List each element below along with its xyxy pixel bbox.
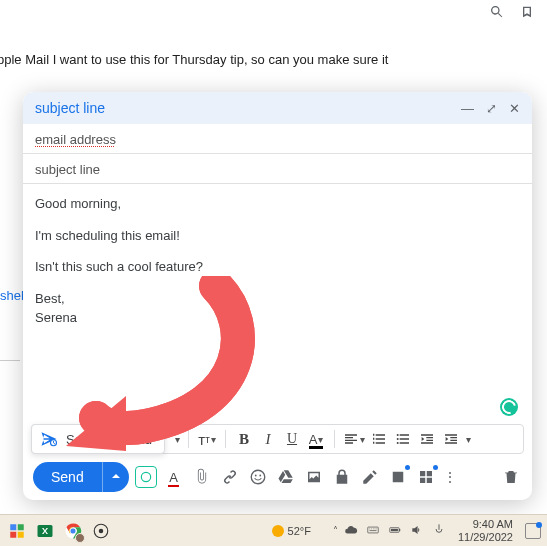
battery-icon[interactable] xyxy=(388,523,402,539)
send-row: Send A ⋮ xyxy=(23,458,532,500)
compose-header[interactable]: subject line — ⤢ ✕ xyxy=(23,92,532,124)
signature-line: Serena xyxy=(35,308,520,328)
start-icon[interactable] xyxy=(6,520,28,542)
svg-rect-11 xyxy=(18,524,24,530)
chrome-icon[interactable] xyxy=(62,520,84,542)
grammarly-icon[interactable] xyxy=(500,398,518,416)
send-button[interactable]: Send xyxy=(33,462,102,492)
weather-widget[interactable]: 52°F xyxy=(272,525,311,537)
bulleted-list-button[interactable] xyxy=(393,427,413,451)
bold-button[interactable]: B xyxy=(234,427,254,451)
compose-window: subject line — ⤢ ✕ email address subject… xyxy=(23,92,532,500)
schedule-send-label: Schedule send xyxy=(66,432,152,447)
link-icon[interactable] xyxy=(219,466,241,488)
search-icon[interactable] xyxy=(489,4,505,23)
sun-icon xyxy=(272,525,284,537)
clock-date: 11/29/2022 xyxy=(458,531,513,543)
calendar-icon[interactable] xyxy=(387,466,409,488)
notifications-icon[interactable] xyxy=(525,523,541,539)
to-field[interactable]: email address xyxy=(23,124,532,154)
send-options-button[interactable] xyxy=(102,462,129,492)
image-icon[interactable] xyxy=(303,466,325,488)
clock-time: 9:40 AM xyxy=(473,518,513,530)
cloud-icon[interactable] xyxy=(344,523,358,539)
excel-icon[interactable] xyxy=(34,520,56,542)
compose-title: subject line xyxy=(35,100,461,116)
attach-icon[interactable] xyxy=(191,466,213,488)
underline-button[interactable]: U xyxy=(282,427,302,451)
svg-rect-13 xyxy=(18,531,24,537)
svg-rect-20 xyxy=(368,527,379,533)
text-color-button[interactable]: A▾ xyxy=(306,427,326,451)
confidential-icon[interactable] xyxy=(331,466,353,488)
trash-icon[interactable] xyxy=(500,466,522,488)
template-icon[interactable] xyxy=(415,466,437,488)
svg-point-7 xyxy=(259,475,261,477)
svg-point-2 xyxy=(397,438,399,440)
font-size-button[interactable]: тт▾ xyxy=(197,427,217,451)
emoji-icon[interactable] xyxy=(247,466,269,488)
clock[interactable]: 9:40 AM 11/29/2022 xyxy=(458,518,513,542)
text-format-icon[interactable]: A xyxy=(163,466,185,488)
page-text: pple Mail I want to use this for Thursda… xyxy=(0,52,388,67)
expand-icon[interactable]: ⤢ xyxy=(486,102,497,115)
minimize-icon[interactable]: — xyxy=(461,102,474,115)
svg-point-3 xyxy=(397,442,399,444)
close-icon[interactable]: ✕ xyxy=(509,102,520,115)
ink-icon[interactable] xyxy=(359,466,381,488)
body-line: Good morning, xyxy=(35,194,520,214)
chrome-profile-avatar xyxy=(75,533,85,543)
taskbar: 52°F ˄ 9:40 AM 11/29/2022 xyxy=(0,514,547,546)
tray-overflow-icon[interactable]: ˄ xyxy=(333,525,338,536)
svg-point-5 xyxy=(251,470,265,484)
schedule-send-icon xyxy=(40,430,58,448)
schedule-send-menu-item[interactable]: Schedule send xyxy=(31,424,165,454)
svg-rect-10 xyxy=(10,524,16,530)
svg-point-19 xyxy=(99,528,104,533)
power-icon[interactable] xyxy=(432,523,446,539)
numbered-list-button[interactable] xyxy=(369,427,389,451)
divider xyxy=(0,360,20,361)
svg-point-1 xyxy=(397,434,399,436)
indent-more-button[interactable] xyxy=(441,427,461,451)
keyboard-icon[interactable] xyxy=(366,523,380,539)
indent-less-button[interactable] xyxy=(417,427,437,451)
svg-rect-12 xyxy=(10,531,16,537)
body-line: I'm scheduling this email! xyxy=(35,226,520,246)
svg-point-4 xyxy=(141,472,150,481)
svg-point-6 xyxy=(255,475,257,477)
italic-button[interactable]: I xyxy=(258,427,278,451)
weather-temp: 52°F xyxy=(288,525,311,537)
formatting-toolbar: Schedule send ▾ тт▾ B I U A▾ ▾ ▾ xyxy=(31,424,524,454)
svg-rect-22 xyxy=(399,528,400,530)
drive-icon[interactable] xyxy=(275,466,297,488)
body-line: Isn't this such a cool feature? xyxy=(35,257,520,277)
compose-body[interactable]: Good morning, I'm scheduling this email!… xyxy=(23,184,532,424)
align-button[interactable]: ▾ xyxy=(343,427,365,451)
app-icon[interactable] xyxy=(90,520,112,542)
subject-field[interactable]: subject line xyxy=(23,154,532,184)
grammarly-tool-icon[interactable] xyxy=(135,466,157,488)
signature-line: Best, xyxy=(35,289,520,309)
to-value: email address xyxy=(35,132,116,147)
svg-point-8 xyxy=(341,478,343,480)
bookmark-icon[interactable] xyxy=(519,4,535,23)
subject-value: subject line xyxy=(35,162,100,177)
format-overflow-chevron-icon[interactable]: ▾ xyxy=(466,434,471,445)
svg-rect-23 xyxy=(391,528,398,530)
volume-icon[interactable] xyxy=(410,523,424,539)
more-options-icon[interactable]: ⋮ xyxy=(443,469,459,485)
font-family-chevron-icon[interactable]: ▾ xyxy=(175,434,180,445)
